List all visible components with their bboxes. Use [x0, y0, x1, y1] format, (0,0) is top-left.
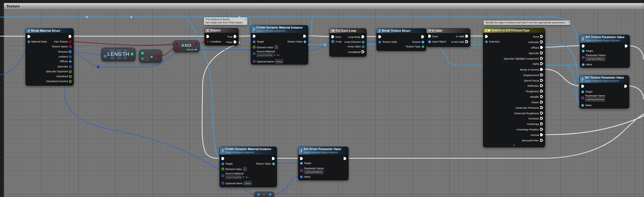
node-header[interactable]: ϹBranch	[205, 28, 238, 33]
pin-row-condition[interactable]: Condition	[206, 40, 221, 43]
exec-pin[interactable]	[485, 35, 488, 38]
pin-row-element-index[interactable]: Element Index0	[253, 45, 278, 49]
value-input[interactable]: 0	[275, 45, 278, 49]
browse-icon[interactable]: ⌕	[279, 54, 280, 56]
pin-row-specular[interactable]: Specular	[529, 51, 543, 55]
exec-pin[interactable]	[428, 35, 431, 38]
object-pin[interactable]	[362, 41, 364, 43]
pin-row-unknown[interactable]: Unknown	[528, 40, 543, 44]
int-pin[interactable]	[362, 45, 364, 48]
wire-exec-switch-normal-out[interactable]	[545, 116, 644, 135]
exec-pin[interactable]	[540, 40, 543, 44]
exec-pin[interactable]	[206, 35, 209, 38]
exec-pin[interactable]	[581, 85, 584, 88]
pin-row-parameter-name[interactable]: Parameter NamemyParamNormal	[581, 94, 605, 101]
node-header[interactable]: ↻For Each Loop	[330, 29, 366, 33]
pin-row-exec[interactable]	[421, 35, 424, 38]
exec-pin[interactable]	[272, 157, 275, 160]
exec-pin[interactable]	[421, 35, 424, 38]
object-pin[interactable]	[69, 65, 72, 68]
pin-row-input-object[interactable]: Input Object	[428, 40, 446, 43]
texture-pin[interactable]	[304, 40, 306, 43]
pin-row-diffuse[interactable]: Diffuse	[531, 46, 543, 49]
wire-cyan-returnvalue-up[interactable]	[308, 17, 314, 41]
pin-row-specular-highlight-component[interactable]: Specular Highlight Component	[504, 57, 543, 60]
exec-pin[interactable]	[540, 73, 543, 77]
value-input[interactable]: None	[275, 60, 283, 63]
param-pin[interactable]	[581, 97, 584, 99]
pin-row-array-index[interactable]: Array Index	[347, 45, 364, 48]
pin-row-target[interactable]: Target	[222, 162, 233, 165]
pin-row-exec[interactable]	[485, 35, 488, 38]
pin-row-none[interactable]: None	[533, 35, 543, 38]
wire-exec-switch-diffuse-stpv1[interactable]	[545, 46, 580, 47]
node-branch[interactable]: ϹBranchConditionTrueFalse	[204, 28, 239, 45]
texture-pin[interactable]	[428, 40, 431, 43]
pin-row-source-material[interactable]: Source MaterialimportTestMat ▾ ◄⌕	[253, 50, 280, 57]
wire-exec-stpv1-out[interactable]	[630, 46, 644, 59]
pin-row-texture[interactable]: Texture	[412, 40, 424, 43]
object-pin[interactable]	[269, 193, 271, 196]
object-pin[interactable]	[69, 60, 72, 63]
pin-row-return-value[interactable]: Return Value	[256, 162, 275, 165]
node-header[interactable]: ƒSet Texture Parameter ValueTarget is Ma…	[580, 76, 629, 83]
object-pin[interactable]	[257, 193, 260, 196]
pin-row-reflection[interactable]: Reflection	[527, 84, 543, 87]
texture-pin[interactable]	[300, 162, 303, 165]
pin-row-exec[interactable]	[625, 45, 628, 48]
exec-pin[interactable]	[540, 122, 543, 126]
pin-row-exec[interactable]	[582, 45, 585, 48]
node-reroute[interactable]: •	[254, 192, 274, 197]
bool-pin[interactable]	[206, 40, 209, 43]
pin-row-exec[interactable]	[206, 35, 209, 38]
pin-row-textures[interactable]: Textures	[58, 50, 72, 53]
pin-row-roughness[interactable]: Roughness	[526, 90, 543, 93]
pin-row-is-not-valid[interactable]: Is Not Valid	[451, 40, 468, 43]
pin-row-texture-data[interactable]: Texture Data	[378, 40, 397, 43]
exec-pin[interactable]	[540, 101, 543, 104]
exec-pin[interactable]	[69, 35, 72, 38]
pin-row-exec[interactable]	[272, 157, 275, 160]
float-pin[interactable]	[69, 80, 72, 83]
bool-pin[interactable]	[195, 43, 197, 45]
node-create-dynamic-material-instance-bottom[interactable]: ƒCreate Dynamic Material InstanceTarget …	[219, 147, 277, 187]
wire-exec-stpv2-out[interactable]	[629, 86, 644, 99]
pin-row-exec[interactable]	[222, 157, 224, 160]
exec-pin[interactable]	[540, 57, 543, 60]
node-set-texture-parameter-value-normal[interactable]: ƒSet Texture Parameter ValueTarget is Ma…	[579, 75, 629, 108]
reroute-dot[interactable]	[130, 16, 133, 18]
float-pin[interactable]	[69, 75, 72, 78]
exec-pin[interactable]	[540, 95, 543, 98]
array-pin[interactable]	[104, 55, 105, 56]
param-pin[interactable]	[582, 56, 585, 59]
pin-row-clearcoat-roughness[interactable]: Clearcoat Roughness	[514, 112, 543, 115]
texture-pin[interactable]	[272, 163, 275, 165]
bubble-pin-icon[interactable]: ▤	[568, 21, 570, 24]
exec-pin[interactable]	[253, 35, 256, 38]
collapse-arrow-icon[interactable]: ▲	[513, 144, 515, 146]
pin-row-exec[interactable]: Exec	[331, 35, 341, 38]
node-switch-on-ertitexturetype[interactable]: Ɛ✱Switch on ERTITextureTypeSelectionNone…	[483, 28, 545, 147]
exec-pin[interactable]	[378, 35, 381, 38]
pin-row-sheen[interactable]: Sheen	[531, 101, 543, 104]
pin-row-material-data[interactable]: Material Data	[28, 40, 47, 43]
float-pin[interactable]	[222, 168, 224, 170]
pin-row-optional-name[interactable]: Optional NameNone	[222, 181, 252, 185]
wire-exec-cdmi-foreach[interactable]	[307, 36, 330, 36]
node-length[interactable]: LENGTH	[101, 48, 135, 61]
pin-row-alpha[interactable]: Alpha	[532, 62, 543, 65]
enum-pin[interactable]	[422, 45, 424, 48]
node-break-texture-struct[interactable]: ƒBreak Texture StructTexture DataTexture…	[376, 28, 426, 51]
float-pin[interactable]	[253, 46, 255, 49]
exec-pin[interactable]	[540, 84, 543, 87]
pin-row-target[interactable]: Target	[581, 90, 592, 93]
node-set-vector-parameter-value[interactable]: ƒSet Vector Parameter ValueTarget is Mat…	[298, 147, 349, 180]
node-greater[interactable]: 0>	[139, 50, 162, 62]
int-pin[interactable]	[131, 53, 133, 56]
pin-row-true[interactable]: True	[227, 35, 237, 38]
pin-row-texture-type[interactable]: Texture Type	[406, 45, 424, 48]
exec-pin[interactable]	[28, 35, 30, 38]
pin-row-exec[interactable]	[69, 35, 72, 38]
exec-pin[interactable]	[540, 35, 543, 38]
pin-row-texture-name[interactable]: Texture Name	[52, 45, 72, 48]
